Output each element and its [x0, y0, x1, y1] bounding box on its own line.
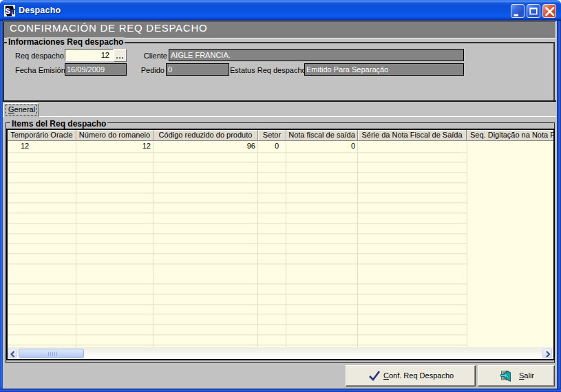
svg-text:T: T	[11, 8, 15, 16]
svg-text:S: S	[6, 7, 10, 15]
